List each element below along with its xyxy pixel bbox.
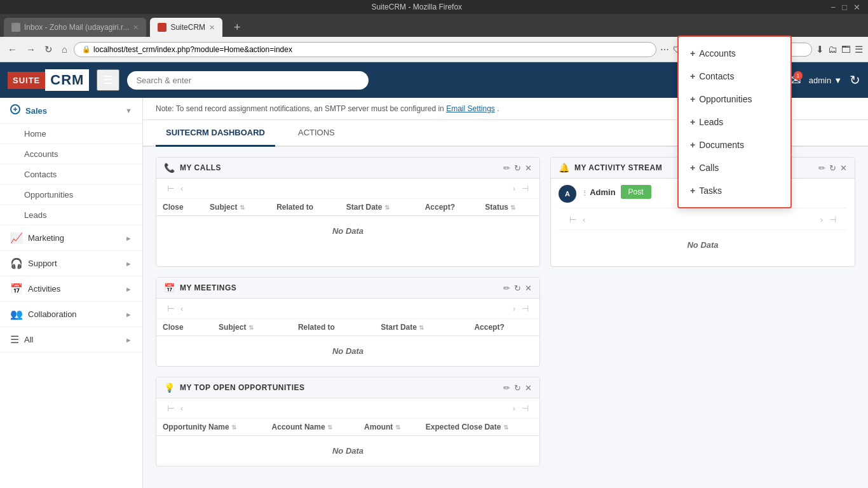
opportunities-refresh-icon[interactable]: ↻ [514,383,521,393]
activity-page-prev[interactable]: ‹ [580,214,588,226]
calls-page-last[interactable]: ⊣ [519,182,532,194]
calls-edit-icon[interactable]: ✏ [503,163,510,173]
meetings-page-next[interactable]: › [510,302,519,315]
meetings-edit-icon[interactable]: ✏ [503,283,510,293]
tab-crm-close[interactable]: ✕ [209,24,215,32]
meetings-close-icon[interactable]: ✕ [525,283,532,293]
tab-crm[interactable]: SuiteCRM ✕ [150,18,222,37]
sidebar-item-sales[interactable]: Sales ▼ [0,98,142,124]
meetings-page-last[interactable]: ⊣ [519,302,532,315]
calls-widget-title: MY CALLS [180,163,498,172]
opportunities-widget-actions: ✏ ↻ ✕ [503,383,532,393]
opp-page-last[interactable]: ⊣ [519,402,532,414]
maximize-btn[interactable]: □ [842,3,847,12]
admin-menu[interactable]: admin ▼ [809,76,842,85]
tab-mail-close[interactable]: ✕ [133,24,139,32]
url-bar[interactable]: 🔒 [74,42,656,57]
activity-page-next[interactable]: › [817,214,826,226]
logo-suite: SUITE [8,72,45,89]
sidebar-item-activities[interactable]: 📅 Activities ► [0,276,142,302]
admin-chevron: ▼ [834,76,842,85]
tab-suitecrm-dashboard[interactable]: SUITECRM DASHBOARD [156,120,275,147]
header-search-input[interactable] [127,71,369,90]
forward-button[interactable]: → [24,43,38,56]
meetings-page-first[interactable]: ⊢ [164,302,177,315]
sidebar-item-home[interactable]: Home [0,124,142,144]
meetings-refresh-icon[interactable]: ↻ [514,283,521,293]
activity-refresh-icon[interactable]: ↻ [829,163,836,173]
quick-add-tasks[interactable]: + Tasks [679,179,790,202]
download-icon[interactable]: ⬇ [816,44,824,55]
activity-page-last[interactable]: ⊣ [826,214,839,226]
opp-page-first[interactable]: ⊢ [164,402,177,414]
minimize-btn[interactable]: − [831,3,836,12]
app-container: SUITE CRM ☰ + ✉ 1 admin ▼ ↻ [0,62,868,488]
calls-page-first[interactable]: ⊢ [164,182,177,194]
url-input[interactable] [93,45,648,54]
header-search[interactable] [127,71,369,90]
home-button[interactable]: ⌂ [59,43,70,56]
quick-add-leads[interactable]: + Leads [679,111,790,133]
sidebar-item-opportunities[interactable]: Opportunities [0,185,142,205]
activity-stream-icon: 🔔 [559,163,569,173]
sidebar-label-sales: Sales [25,106,120,116]
close-btn[interactable]: ✕ [853,3,860,12]
crm-favicon [158,23,166,32]
new-tab-btn[interactable]: + [226,18,248,37]
opportunities-table-wrap: Opportunity Name ⇅ Account Name ⇅ Amount… [156,419,539,466]
opportunities-edit-icon[interactable]: ✏ [503,383,510,393]
logout-button[interactable]: ↻ [850,72,860,88]
notifications-button[interactable]: ✉ 1 [790,72,801,88]
opp-page-next[interactable]: › [510,402,519,414]
meetings-page-prev[interactable]: ‹ [177,302,186,315]
bookmarks-icon[interactable]: ⋯ [660,44,669,55]
notice-text: Note: To send record assignment notifica… [156,104,446,113]
calls-refresh-icon[interactable]: ↻ [514,163,521,173]
dashboard-tab-label: SUITECRM DASHBOARD [166,128,265,137]
calls-table: Close Subject ⇅ Related to Start Date ⇅ … [156,199,539,246]
quick-add-contacts[interactable]: + Contacts [679,65,790,88]
opportunities-close-icon[interactable]: ✕ [525,383,532,393]
activity-close-icon[interactable]: ✕ [840,163,847,173]
sidebar-item-support[interactable]: 🎧 Support ► [0,251,142,276]
sidebar-item-contacts[interactable]: Contacts [0,165,142,185]
sidebar-item-marketing[interactable]: 📈 Marketing ► [0,226,142,251]
tab-mail[interactable]: Inbox - Zoho Mail (udayagiri.r... ✕ [4,18,146,37]
quick-add-documents[interactable]: + Documents [679,133,790,156]
library-icon[interactable]: 🗂 [828,44,837,55]
opp-col-name: Opportunity Name ⇅ [156,419,266,436]
sidebar-toggle-icon[interactable]: 🗔 [841,44,851,55]
sidebar-label-accounts: Accounts [24,149,58,159]
sidebar-arrow-support: ► [125,260,132,268]
activity-edit-icon[interactable]: ✏ [818,163,825,173]
lock-icon: 🔒 [82,45,91,53]
sidebar: Sales ▼ Home Accounts Contacts Opportuni… [0,98,143,488]
back-button[interactable]: ← [5,43,20,56]
tab-actions[interactable]: ACTIONS [288,120,345,147]
post-button[interactable]: Post [621,185,651,199]
collaboration-icon: 👥 [10,308,23,320]
sidebar-item-collaboration[interactable]: 👥 Collaboration ► [0,302,142,327]
activity-page-first[interactable]: ⊢ [566,214,580,226]
menu-icon[interactable]: ☰ [855,44,863,55]
hamburger-button[interactable]: ☰ [97,69,119,91]
calls-page-prev[interactable]: ‹ [177,182,186,194]
quick-add-calls[interactable]: + Calls [679,156,790,179]
quick-add-contacts-label: Contacts [699,71,734,81]
sidebar-item-accounts[interactable]: Accounts [0,144,142,165]
activity-widget-actions: ✏ ↻ ✕ [818,163,847,173]
sidebar-item-leads[interactable]: Leads [0,205,142,226]
quick-add-opportunities[interactable]: + Opportunities [679,88,790,111]
calls-page-next[interactable]: › [510,182,519,194]
sidebar-label-opportunities: Opportunities [24,190,73,200]
calls-col-startdate: Start Date ⇅ [340,199,419,216]
opportunities-no-data: No Data [156,436,539,466]
opp-page-prev[interactable]: ‹ [177,402,186,414]
calls-close-icon[interactable]: ✕ [525,163,532,173]
sidebar-item-all[interactable]: ☰ All ► [0,327,142,353]
email-settings-link[interactable]: Email Settings [446,104,495,113]
refresh-button[interactable]: ↻ [42,43,55,57]
dash-row-2: 📅 MY MEETINGS ✏ ↻ ✕ ⊢ ‹ [156,277,855,367]
meetings-col-startdate: Start Date ⇅ [374,319,468,336]
calls-col-subject: Subject ⇅ [203,199,270,216]
